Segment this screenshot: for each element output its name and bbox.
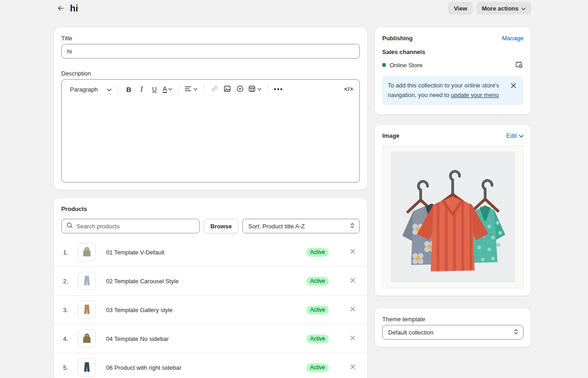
products-heading: Products xyxy=(61,205,360,212)
close-icon xyxy=(350,248,356,256)
update-menu-link[interactable]: update your menu xyxy=(451,92,499,98)
product-title: 03 Template Gallery style xyxy=(106,307,300,313)
browse-button[interactable]: Browse xyxy=(203,219,239,233)
insert-link-button[interactable] xyxy=(208,83,220,95)
banner-text: To add this collection to your online st… xyxy=(388,81,505,100)
paragraph-style-dropdown[interactable]: Paragraph xyxy=(68,86,113,93)
table-icon xyxy=(248,85,256,94)
row-index: 5. xyxy=(63,364,71,371)
calendar-clock-icon xyxy=(515,60,523,70)
back-button[interactable] xyxy=(55,3,67,15)
product-thumbnail xyxy=(78,243,96,261)
chevron-down-icon xyxy=(519,132,524,139)
product-thumbnail xyxy=(78,329,96,348)
more-actions-button[interactable]: More actions xyxy=(476,2,531,15)
sales-channels-label: Sales channels xyxy=(382,49,524,55)
updown-chevron-icon xyxy=(350,222,355,230)
product-thumbnail xyxy=(78,301,96,319)
status-badge: Active xyxy=(306,335,329,343)
navigation-info-banner: To add this collection to your online st… xyxy=(382,76,524,105)
product-thumbnail xyxy=(78,272,96,290)
remove-product-button[interactable] xyxy=(348,363,357,372)
insert-video-button[interactable] xyxy=(234,83,246,95)
link-icon xyxy=(211,85,218,94)
description-label: Description xyxy=(61,70,360,77)
theme-template-select[interactable]: Default collection xyxy=(382,325,524,340)
channel-row: Online Store xyxy=(382,60,524,70)
product-row: 1. 01 Template V-Default Active xyxy=(54,238,367,267)
publishing-heading: Publishing xyxy=(382,35,412,42)
insert-image-button[interactable] xyxy=(221,83,233,95)
toolbar-divider xyxy=(118,84,118,94)
view-button[interactable]: View xyxy=(448,2,472,15)
alignment-button[interactable] xyxy=(183,83,199,95)
back-arrow-icon xyxy=(57,4,65,14)
status-badge: Active xyxy=(306,277,329,286)
channel-status-dot xyxy=(382,63,386,67)
edit-image-button[interactable]: Edit xyxy=(507,132,524,139)
description-textarea[interactable] xyxy=(62,99,359,182)
products-controls: Browse Sort: Product title A-Z xyxy=(61,219,360,233)
remove-product-button[interactable] xyxy=(348,248,357,257)
row-index: 4. xyxy=(63,335,71,342)
theme-template-label: Theme template xyxy=(382,316,524,323)
close-icon xyxy=(350,335,356,342)
hoodie-icon xyxy=(81,332,93,346)
product-title: 04 Template No sidebar xyxy=(106,335,300,342)
italic-button[interactable]: I xyxy=(136,83,148,95)
product-title: 02 Template Carousel Style xyxy=(106,278,300,285)
product-row: 2. 02 Template Carousel Style Active xyxy=(54,267,367,296)
row-index: 3. xyxy=(63,307,71,313)
collection-page: hi View More actions Title Description xyxy=(0,0,588,378)
show-html-button[interactable]: </> xyxy=(343,83,355,95)
manage-publishing-link[interactable]: Manage xyxy=(502,35,524,42)
status-badge: Active xyxy=(306,248,329,257)
close-icon xyxy=(350,277,356,285)
sort-select[interactable]: Sort: Product title A-Z xyxy=(242,219,360,233)
more-formatting-button[interactable]: ••• xyxy=(273,83,285,95)
underline-button[interactable]: U xyxy=(149,83,160,95)
play-circle-icon xyxy=(236,85,244,94)
details-card: Title Description Paragraph B I U xyxy=(54,27,367,190)
chevron-down-icon xyxy=(521,5,526,12)
close-icon xyxy=(350,306,356,313)
schedule-publish-button[interactable] xyxy=(514,60,524,70)
header-actions: View More actions xyxy=(448,2,531,15)
pants-icon xyxy=(81,361,92,374)
page-title: hi xyxy=(70,3,78,14)
updown-chevron-icon xyxy=(513,329,519,336)
collection-image[interactable] xyxy=(382,146,524,288)
title-label: Title xyxy=(61,35,360,42)
text-color-button[interactable]: A xyxy=(161,83,174,95)
toolbar-divider xyxy=(203,84,204,94)
page-header: hi View More actions xyxy=(0,0,588,17)
remove-product-button[interactable] xyxy=(348,334,357,343)
product-row: 5. 06 Product with right sidebar Active xyxy=(54,353,367,378)
insert-table-button[interactable] xyxy=(247,83,263,95)
product-title: 01 Template V-Default xyxy=(106,249,300,256)
dismiss-banner-button[interactable] xyxy=(509,81,518,91)
pants-icon xyxy=(81,275,92,288)
remove-product-button[interactable] xyxy=(348,305,357,314)
image-heading: Image xyxy=(382,132,400,139)
row-index: 2. xyxy=(63,278,71,285)
product-thumbnail xyxy=(78,358,96,377)
product-search xyxy=(61,219,200,233)
product-title: 06 Product with right sidebar xyxy=(106,364,300,371)
toolbar-divider xyxy=(267,84,268,94)
bold-button[interactable]: B xyxy=(123,83,135,95)
publishing-card: Publishing Manage Sales channels Online … xyxy=(375,27,531,114)
toolbar-divider xyxy=(178,84,179,94)
remove-product-button[interactable] xyxy=(348,276,357,286)
status-badge: Active xyxy=(306,363,329,372)
theme-template-card: Theme template Default collection xyxy=(375,308,531,347)
title-input[interactable] xyxy=(61,44,360,59)
channel-name: Online Store xyxy=(390,62,511,69)
product-row: 4. 04 Template No sidebar Active xyxy=(54,324,367,353)
product-row: 3. 03 Template Gallery style Active xyxy=(54,296,367,324)
hoodie-icon xyxy=(81,246,93,259)
search-products-input[interactable] xyxy=(76,223,195,230)
image-card: Image Edit xyxy=(375,125,531,296)
pants-icon xyxy=(81,303,92,317)
chevron-down-icon xyxy=(107,86,112,93)
